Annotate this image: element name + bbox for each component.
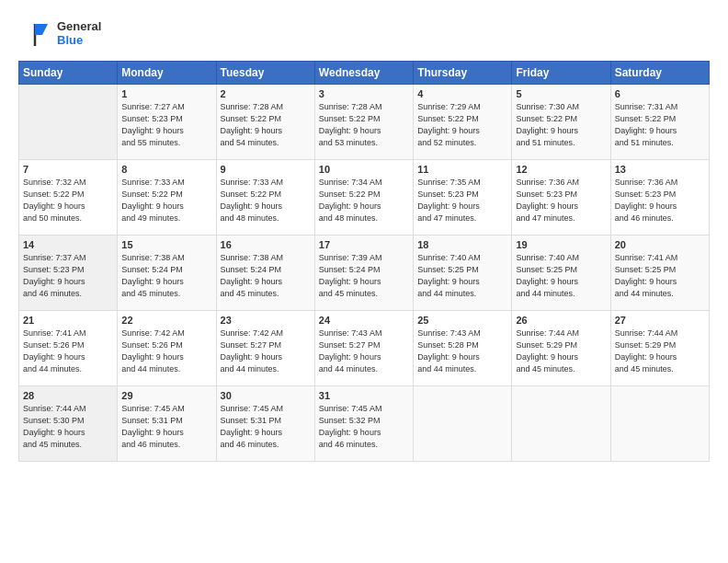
calendar-cell: 10Sunrise: 7:34 AMSunset: 5:22 PMDayligh… — [314, 160, 413, 236]
week-row-3: 14Sunrise: 7:37 AMSunset: 5:23 PMDayligh… — [19, 236, 710, 311]
day-number: 27 — [615, 315, 705, 326]
day-number: 8 — [121, 164, 211, 175]
day-info: Sunrise: 7:30 AMSunset: 5:22 PMDaylight:… — [516, 101, 606, 149]
calendar-cell: 4Sunrise: 7:29 AMSunset: 5:22 PMDaylight… — [414, 85, 512, 160]
day-info: Sunrise: 7:36 AMSunset: 5:23 PMDaylight:… — [516, 177, 606, 224]
logo-text-block: GeneralBlue — [57, 20, 101, 48]
day-info: Sunrise: 7:28 AMSunset: 5:22 PMDaylight:… — [319, 101, 409, 149]
day-info: Sunrise: 7:40 AMSunset: 5:25 PMDaylight:… — [417, 252, 507, 300]
day-number: 18 — [417, 239, 507, 250]
day-info: Sunrise: 7:42 AMSunset: 5:26 PMDaylight:… — [121, 327, 211, 375]
day-info: Sunrise: 7:29 AMSunset: 5:22 PMDaylight:… — [417, 101, 507, 149]
calendar-cell: 24Sunrise: 7:43 AMSunset: 5:27 PMDayligh… — [314, 311, 413, 386]
day-info: Sunrise: 7:44 AMSunset: 5:29 PMDaylight:… — [615, 327, 705, 375]
day-number: 31 — [319, 390, 409, 401]
logo-svg — [18, 17, 53, 52]
calendar-page: GeneralBlue SundayMondayTuesdayWednesday… — [0, 0, 728, 563]
day-info: Sunrise: 7:34 AMSunset: 5:22 PMDaylight:… — [319, 177, 409, 224]
day-info: Sunrise: 7:36 AMSunset: 5:23 PMDaylight:… — [615, 177, 705, 224]
day-number: 25 — [417, 315, 507, 326]
day-info: Sunrise: 7:37 AMSunset: 5:23 PMDaylight:… — [23, 252, 113, 300]
col-header-thursday: Thursday — [414, 62, 512, 85]
day-info: Sunrise: 7:28 AMSunset: 5:22 PMDaylight:… — [221, 101, 311, 149]
calendar-table: SundayMondayTuesdayWednesdayThursdayFrid… — [18, 61, 710, 462]
day-number: 1 — [121, 88, 211, 99]
day-number: 14 — [23, 239, 113, 250]
calendar-cell: 6Sunrise: 7:31 AMSunset: 5:22 PMDaylight… — [610, 85, 709, 160]
day-number: 5 — [516, 88, 606, 99]
logo: GeneralBlue — [18, 17, 101, 52]
calendar-cell — [610, 386, 709, 462]
col-header-monday: Monday — [118, 62, 216, 85]
calendar-cell: 14Sunrise: 7:37 AMSunset: 5:23 PMDayligh… — [19, 236, 118, 311]
day-info: Sunrise: 7:33 AMSunset: 5:22 PMDaylight:… — [121, 177, 211, 224]
header-row: SundayMondayTuesdayWednesdayThursdayFrid… — [19, 62, 710, 85]
col-header-wednesday: Wednesday — [314, 62, 413, 85]
calendar-cell: 1Sunrise: 7:27 AMSunset: 5:23 PMDaylight… — [118, 85, 216, 160]
calendar-cell: 11Sunrise: 7:35 AMSunset: 5:23 PMDayligh… — [414, 160, 512, 236]
calendar-cell: 19Sunrise: 7:40 AMSunset: 5:25 PMDayligh… — [512, 236, 610, 311]
day-info: Sunrise: 7:45 AMSunset: 5:31 PMDaylight:… — [221, 403, 311, 451]
calendar-cell: 5Sunrise: 7:30 AMSunset: 5:22 PMDaylight… — [512, 85, 610, 160]
calendar-cell: 30Sunrise: 7:45 AMSunset: 5:31 PMDayligh… — [216, 386, 314, 462]
calendar-cell: 28Sunrise: 7:44 AMSunset: 5:30 PMDayligh… — [19, 386, 118, 462]
day-info: Sunrise: 7:42 AMSunset: 5:27 PMDaylight:… — [221, 327, 311, 375]
day-info: Sunrise: 7:45 AMSunset: 5:31 PMDaylight:… — [121, 403, 211, 451]
calendar-cell: 2Sunrise: 7:28 AMSunset: 5:22 PMDaylight… — [216, 85, 314, 160]
calendar-cell: 13Sunrise: 7:36 AMSunset: 5:23 PMDayligh… — [610, 160, 709, 236]
calendar-cell: 16Sunrise: 7:38 AMSunset: 5:24 PMDayligh… — [216, 236, 314, 311]
day-info: Sunrise: 7:41 AMSunset: 5:26 PMDaylight:… — [23, 327, 113, 375]
col-header-friday: Friday — [512, 62, 610, 85]
day-info: Sunrise: 7:35 AMSunset: 5:23 PMDaylight:… — [417, 177, 507, 224]
day-info: Sunrise: 7:44 AMSunset: 5:30 PMDaylight:… — [23, 403, 113, 451]
day-info: Sunrise: 7:38 AMSunset: 5:24 PMDaylight:… — [121, 252, 211, 300]
day-number: 2 — [221, 88, 311, 99]
day-number: 15 — [121, 239, 211, 250]
day-info: Sunrise: 7:33 AMSunset: 5:22 PMDaylight:… — [221, 177, 311, 224]
day-number: 20 — [615, 239, 705, 250]
calendar-cell — [414, 386, 512, 462]
day-info: Sunrise: 7:32 AMSunset: 5:22 PMDaylight:… — [23, 177, 113, 224]
day-number: 26 — [516, 315, 606, 326]
calendar-cell — [512, 386, 610, 462]
day-info: Sunrise: 7:40 AMSunset: 5:25 PMDaylight:… — [516, 252, 606, 300]
day-number: 22 — [121, 315, 211, 326]
day-number: 7 — [23, 164, 113, 175]
calendar-cell: 22Sunrise: 7:42 AMSunset: 5:26 PMDayligh… — [118, 311, 216, 386]
calendar-cell: 20Sunrise: 7:41 AMSunset: 5:25 PMDayligh… — [610, 236, 709, 311]
day-info: Sunrise: 7:41 AMSunset: 5:25 PMDaylight:… — [615, 252, 705, 300]
calendar-cell: 18Sunrise: 7:40 AMSunset: 5:25 PMDayligh… — [414, 236, 512, 311]
day-number: 16 — [221, 239, 311, 250]
day-number: 12 — [516, 164, 606, 175]
calendar-cell: 27Sunrise: 7:44 AMSunset: 5:29 PMDayligh… — [610, 311, 709, 386]
header: GeneralBlue — [18, 17, 710, 52]
logo-blue-text: Blue — [57, 34, 101, 48]
day-info: Sunrise: 7:31 AMSunset: 5:22 PMDaylight:… — [615, 101, 705, 149]
day-number: 29 — [121, 390, 211, 401]
day-number: 4 — [417, 88, 507, 99]
day-number: 3 — [319, 88, 409, 99]
col-header-tuesday: Tuesday — [216, 62, 314, 85]
calendar-cell: 15Sunrise: 7:38 AMSunset: 5:24 PMDayligh… — [118, 236, 216, 311]
logo-general-text: General — [57, 20, 101, 34]
day-info: Sunrise: 7:43 AMSunset: 5:27 PMDaylight:… — [319, 327, 409, 375]
calendar-cell: 26Sunrise: 7:44 AMSunset: 5:29 PMDayligh… — [512, 311, 610, 386]
calendar-cell: 23Sunrise: 7:42 AMSunset: 5:27 PMDayligh… — [216, 311, 314, 386]
day-number: 17 — [319, 239, 409, 250]
day-number: 28 — [23, 390, 113, 401]
day-info: Sunrise: 7:43 AMSunset: 5:28 PMDaylight:… — [417, 327, 507, 375]
day-info: Sunrise: 7:45 AMSunset: 5:32 PMDaylight:… — [319, 403, 409, 451]
calendar-cell: 12Sunrise: 7:36 AMSunset: 5:23 PMDayligh… — [512, 160, 610, 236]
week-row-5: 28Sunrise: 7:44 AMSunset: 5:30 PMDayligh… — [19, 386, 710, 462]
day-number: 19 — [516, 239, 606, 250]
week-row-2: 7Sunrise: 7:32 AMSunset: 5:22 PMDaylight… — [19, 160, 710, 236]
day-number: 13 — [615, 164, 705, 175]
calendar-cell: 25Sunrise: 7:43 AMSunset: 5:28 PMDayligh… — [414, 311, 512, 386]
day-info: Sunrise: 7:27 AMSunset: 5:23 PMDaylight:… — [121, 101, 211, 149]
day-number: 11 — [417, 164, 507, 175]
col-header-saturday: Saturday — [610, 62, 709, 85]
day-info: Sunrise: 7:44 AMSunset: 5:29 PMDaylight:… — [516, 327, 606, 375]
calendar-cell: 31Sunrise: 7:45 AMSunset: 5:32 PMDayligh… — [314, 386, 413, 462]
calendar-cell: 3Sunrise: 7:28 AMSunset: 5:22 PMDaylight… — [314, 85, 413, 160]
calendar-cell: 29Sunrise: 7:45 AMSunset: 5:31 PMDayligh… — [118, 386, 216, 462]
